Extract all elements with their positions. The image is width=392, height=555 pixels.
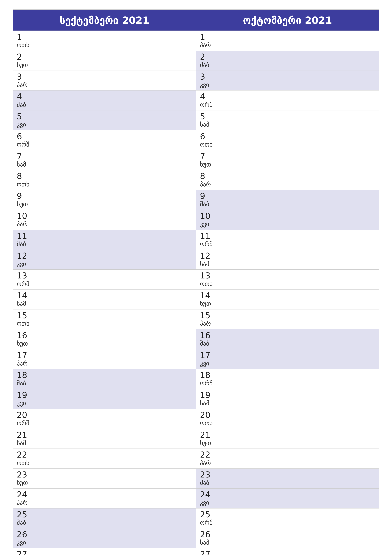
day-name: სამ [200, 121, 375, 128]
day-number: 23 [200, 470, 375, 479]
day-name: პარ [200, 460, 375, 467]
oct-day-10: 10კვი [196, 210, 379, 230]
day-name: ხუთ [200, 161, 375, 168]
oct-day-23: 23შაბ [196, 469, 379, 489]
day-number: 25 [200, 510, 375, 519]
sep-day-23: 23ხუთ [13, 469, 196, 489]
day-number: 9 [17, 192, 192, 201]
day-name: კვი [200, 220, 375, 228]
day-number: 19 [17, 391, 192, 400]
day-number: 5 [200, 112, 375, 121]
sep-day-2: 2ხუთ [13, 51, 196, 71]
header-row: სექტემბერი 2021 ოქტომბერი 2021 [13, 10, 379, 31]
day-number: 27 [200, 550, 375, 555]
day-number: 9 [200, 192, 375, 201]
day-name: სამ [200, 400, 375, 407]
day-name: შაბ [200, 479, 375, 487]
day-number: 14 [200, 291, 375, 300]
day-name: პარ [200, 41, 375, 49]
day-number: 7 [17, 152, 192, 161]
day-name: შაბ [17, 101, 192, 109]
day-number: 1 [17, 32, 192, 41]
sep-day-19: 19კვი [13, 389, 196, 409]
sep-day-3: 3პარ [13, 71, 196, 91]
day-number: 11 [200, 232, 375, 241]
day-name: შაბ [17, 380, 192, 387]
sep-day-27: 27ორშ [13, 548, 196, 555]
oct-day-26: 26სამ [196, 528, 379, 548]
sep-day-12: 12კვი [13, 250, 196, 270]
days-container: 1ოთხ2ხუთ3პარ4შაბ5კვი6ორშ7სამ8ოთხ9ხუთ10პა… [13, 31, 379, 555]
day-number: 8 [17, 172, 192, 181]
day-name: ორშ [17, 420, 192, 427]
sep-day-21: 21სამ [13, 429, 196, 449]
day-name: კვი [17, 400, 192, 407]
oct-day-22: 22პარ [196, 449, 379, 469]
day-name: პარ [200, 320, 375, 327]
day-number: 5 [17, 112, 192, 121]
day-number: 23 [17, 470, 192, 479]
day-name: ხუთ [17, 201, 192, 208]
oct-day-24: 24კვი [196, 489, 379, 509]
sep-day-4: 4შაბ [13, 90, 196, 110]
oct-day-8: 8პარ [196, 170, 379, 190]
day-name: შაბ [17, 241, 192, 248]
day-number: 15 [17, 311, 192, 320]
oct-day-20: 20ოთხ [196, 409, 379, 429]
sep-day-13: 13ორშ [13, 270, 196, 290]
sep-day-26: 26კვი [13, 528, 196, 548]
day-number: 13 [200, 271, 375, 280]
day-number: 10 [17, 212, 192, 220]
day-number: 17 [17, 351, 192, 360]
day-number: 27 [17, 550, 192, 555]
sep-day-15: 15ოთხ [13, 309, 196, 329]
sep-day-10: 10პარ [13, 210, 196, 230]
day-number: 16 [17, 331, 192, 340]
oct-day-14: 14ხუთ [196, 290, 379, 309]
day-name: ხუთ [200, 439, 375, 447]
day-name: ხუთ [17, 479, 192, 487]
day-name: ხუთ [17, 340, 192, 347]
day-name: პარ [17, 360, 192, 367]
day-name: კვი [200, 360, 375, 367]
day-name: სამ [17, 439, 192, 447]
oct-day-18: 18ორშ [196, 369, 379, 389]
day-number: 15 [200, 311, 375, 320]
day-number: 22 [17, 450, 192, 459]
oct-day-17: 17კვი [196, 349, 379, 369]
day-number: 4 [200, 92, 375, 101]
day-number: 19 [200, 391, 375, 400]
oct-day-3: 3კვი [196, 71, 379, 91]
sep-day-11: 11შაბ [13, 230, 196, 250]
day-number: 1 [200, 32, 375, 41]
oct-day-9: 9შაბ [196, 190, 379, 210]
day-name: ოთხ [200, 280, 375, 288]
day-number: 24 [200, 490, 375, 499]
day-number: 6 [200, 132, 375, 141]
oct-day-16: 16შაბ [196, 329, 379, 349]
day-number: 2 [200, 52, 375, 61]
september-column: 1ოთხ2ხუთ3პარ4შაბ5კვი6ორშ7სამ8ოთხ9ხუთ10პა… [13, 31, 196, 555]
day-number: 22 [200, 450, 375, 459]
day-name: კვი [17, 121, 192, 128]
sep-day-24: 24პარ [13, 489, 196, 509]
day-number: 17 [200, 351, 375, 360]
day-number: 2 [17, 52, 192, 61]
day-name: შაბ [17, 519, 192, 526]
day-name: ორშ [200, 241, 375, 248]
day-name: ოთხ [17, 41, 192, 49]
day-name: ორშ [200, 380, 375, 387]
sep-day-17: 17პარ [13, 349, 196, 369]
day-name: სამ [17, 300, 192, 307]
day-name: კვი [200, 81, 375, 89]
september-header: სექტემბერი 2021 [13, 10, 196, 31]
day-name: ოთხ [17, 460, 192, 467]
day-number: 3 [17, 72, 192, 81]
oct-day-2: 2შაბ [196, 51, 379, 71]
day-name: ორშ [200, 101, 375, 109]
sep-day-9: 9ხუთ [13, 190, 196, 210]
day-number: 18 [17, 371, 192, 380]
oct-day-6: 6ოთხ [196, 130, 379, 150]
sep-day-5: 5კვი [13, 110, 196, 130]
oct-day-13: 13ოთხ [196, 270, 379, 290]
